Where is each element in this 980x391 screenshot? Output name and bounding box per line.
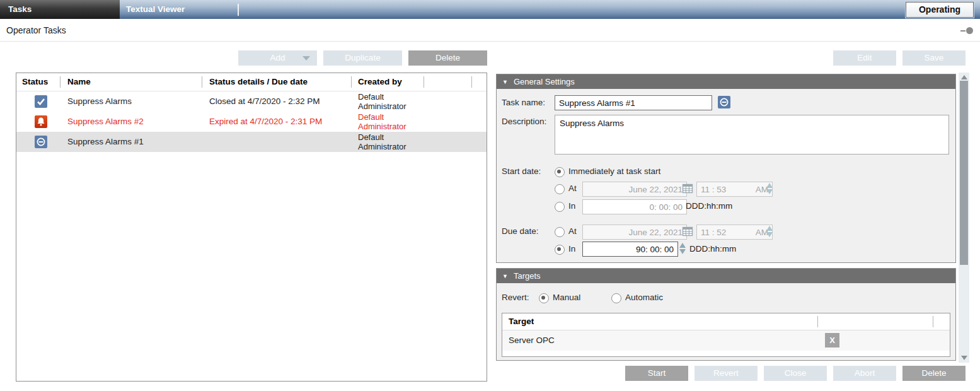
- tab-textual-viewer[interactable]: Textual Viewer: [120, 0, 237, 19]
- revert-automatic-radio[interactable]: [611, 293, 621, 303]
- task-table-header: Status Name Status details / Due date Cr…: [16, 73, 487, 91]
- add-button[interactable]: Add: [238, 50, 317, 66]
- general-settings-panel: ▼General Settings Task name: Description…: [496, 74, 956, 263]
- table-row[interactable]: Suppress Alarms Closed at 4/7/2020 - 2:3…: [16, 91, 487, 112]
- pin-icon[interactable]: [960, 27, 973, 34]
- top-tab-bar: Tasks Textual Viewer Operating: [0, 0, 980, 19]
- suspended-status-icon: [718, 96, 730, 108]
- column-divider[interactable]: [424, 76, 424, 88]
- check-icon: [35, 95, 47, 108]
- start-in-label[interactable]: In: [568, 199, 575, 213]
- scroll-down-icon[interactable]: [961, 356, 967, 360]
- start-immediately-label[interactable]: Immediately at task start: [568, 165, 660, 178]
- due-in-label[interactable]: In: [568, 242, 575, 256]
- start-at-label[interactable]: At: [568, 182, 577, 196]
- abort-button[interactable]: Abort: [833, 366, 896, 381]
- due-date-input[interactable]: June 22, 2021: [582, 225, 687, 240]
- column-target[interactable]: Target: [509, 313, 534, 330]
- column-divider[interactable]: [817, 316, 818, 327]
- task-status-details: Closed at 4/7/2020 - 2:32 PM: [209, 91, 320, 112]
- suspended-icon: [35, 136, 47, 148]
- task-created-by: Default Administrator: [358, 92, 406, 111]
- task-created-by: Default Administrator: [358, 132, 406, 151]
- delete-button[interactable]: Delete: [902, 366, 966, 381]
- start-button[interactable]: Start: [625, 366, 688, 381]
- time-spinner[interactable]: [766, 182, 773, 195]
- due-in-input[interactable]: [582, 242, 678, 257]
- task-name: Suppress Alarms #2: [67, 112, 144, 132]
- due-at-radio[interactable]: [555, 227, 565, 237]
- chevron-down-icon[interactable]: [303, 56, 310, 61]
- table-row[interactable]: Suppress Alarms #2 Expired at 4/7/2020 -…: [16, 112, 487, 132]
- calendar-icon[interactable]: [682, 226, 693, 237]
- collapse-triangle-icon[interactable]: ▼: [502, 75, 508, 90]
- remove-target-button[interactable]: X: [825, 333, 839, 347]
- column-created-by[interactable]: Created by: [358, 73, 402, 91]
- column-divider[interactable]: [351, 76, 352, 88]
- due-date-label: Due date:: [502, 225, 539, 238]
- column-divider[interactable]: [202, 76, 202, 88]
- description-label: Description:: [502, 115, 546, 129]
- close-button[interactable]: Close: [764, 366, 827, 381]
- collapse-triangle-icon[interactable]: ▼: [502, 269, 508, 284]
- due-in-radio[interactable]: [555, 245, 565, 255]
- calendar-icon[interactable]: [682, 183, 693, 194]
- column-status[interactable]: Status: [22, 73, 48, 91]
- revert-manual-label[interactable]: Manual: [553, 291, 580, 305]
- targets-panel: ▼Targets Revert: Manual Automatic Target…: [496, 268, 956, 361]
- scrollbar-thumb[interactable]: [960, 81, 968, 265]
- targets-header[interactable]: ▼Targets: [497, 269, 955, 283]
- task-name-label: Task name:: [502, 96, 545, 110]
- tab-tasks[interactable]: Tasks: [0, 0, 120, 19]
- time-spinner[interactable]: [766, 225, 773, 238]
- vertical-scrollbar[interactable]: [959, 73, 969, 363]
- scroll-up-icon[interactable]: [961, 75, 967, 79]
- column-divider[interactable]: [471, 76, 472, 88]
- title-bar: Operator Tasks: [0, 19, 980, 42]
- target-table: Target Server OPC X: [502, 313, 950, 357]
- page-title: Operator Tasks: [6, 19, 66, 42]
- due-in-format-hint: DDD:hh:mm: [689, 242, 736, 256]
- target-name: Server OPC: [509, 330, 555, 351]
- table-row-selected[interactable]: Suppress Alarms #1 Default Administrator: [16, 132, 487, 152]
- column-name[interactable]: Name: [67, 73, 91, 91]
- target-table-header: Target: [502, 313, 950, 330]
- alarm-bell-icon: [35, 115, 47, 128]
- start-in-radio[interactable]: [555, 202, 565, 212]
- column-divider[interactable]: [933, 316, 933, 327]
- save-button[interactable]: Save: [902, 50, 966, 66]
- start-date-label: Start date:: [502, 165, 541, 178]
- task-table: Status Name Status details / Due date Cr…: [16, 73, 487, 382]
- revert-button[interactable]: Revert: [695, 366, 758, 381]
- target-row[interactable]: Server OPC X: [502, 330, 950, 351]
- task-name: Suppress Alarms #1: [67, 132, 144, 152]
- duplicate-button[interactable]: Duplicate: [323, 50, 402, 66]
- column-details[interactable]: Status details / Due date: [209, 73, 308, 91]
- duration-spinner[interactable]: [679, 242, 686, 255]
- start-at-radio[interactable]: [555, 184, 565, 194]
- start-time-input[interactable]: 11 : 53 AM: [696, 182, 773, 197]
- task-created-by: Default Administrator: [358, 112, 406, 131]
- task-name: Suppress Alarms: [67, 91, 132, 112]
- edit-button[interactable]: Edit: [833, 50, 896, 66]
- start-in-input[interactable]: 0: 00: 00: [582, 199, 687, 214]
- tab-divider: [238, 4, 239, 16]
- task-status-details: Expired at 4/7/2020 - 2:31 PM: [209, 112, 322, 132]
- due-at-label[interactable]: At: [568, 225, 577, 238]
- delete-task-button[interactable]: Delete: [408, 50, 487, 66]
- start-in-format-hint: DDD:hh:mm: [686, 199, 732, 213]
- due-time-input[interactable]: 11 : 52 AM: [696, 225, 773, 240]
- add-button-label: Add: [270, 53, 285, 62]
- revert-automatic-label[interactable]: Automatic: [625, 291, 663, 305]
- start-immediately-radio[interactable]: [555, 167, 565, 177]
- general-settings-header[interactable]: ▼General Settings: [497, 74, 955, 89]
- start-date-input[interactable]: June 22, 2021: [582, 182, 687, 197]
- column-divider[interactable]: [60, 76, 61, 88]
- revert-label: Revert:: [502, 291, 529, 305]
- operator-tasks-screen: Tasks Textual Viewer Operating Operator …: [0, 0, 980, 391]
- description-textarea[interactable]: Suppress Alarms: [555, 115, 949, 155]
- operating-mode-button[interactable]: Operating: [906, 2, 974, 18]
- task-name-input[interactable]: [555, 95, 712, 110]
- revert-manual-radio[interactable]: [539, 293, 549, 303]
